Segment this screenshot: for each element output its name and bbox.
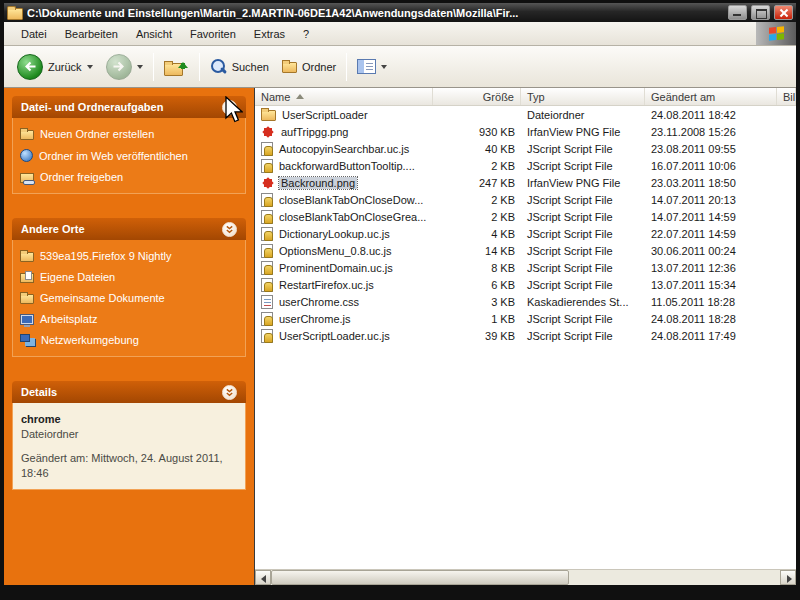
folders-button[interactable]: Ordner [279,58,339,75]
jscript-icon [261,261,273,275]
close-button[interactable] [774,5,793,20]
panel-title: Details [21,386,57,398]
file-modified: 14.07.2011 14:59 [645,211,777,223]
file-size: 1 KB [433,313,521,325]
file-modified: 13.07.2011 15:34 [645,279,777,291]
file-name: AutocopyinSearchbar.uc.js [277,143,411,155]
task-new-folder[interactable]: Neuen Ordner erstellen [20,128,238,140]
panel-header-details[interactable]: Details [12,381,246,403]
menu-extras[interactable]: Extras [245,24,294,44]
collapse-chevron-icon[interactable] [222,100,237,115]
place-network[interactable]: Netzwerkumgebung [20,334,238,346]
file-size: 6 KB [433,279,521,291]
place-label: Netzwerkumgebung [41,334,139,346]
share-folder-icon [20,173,34,183]
file-type: Kaskadierendes St... [521,296,645,308]
place-shared-documents[interactable]: Gemeinsame Dokumente [20,292,238,304]
file-row[interactable]: OptionsMenu_0.8.uc.js 14 KB JScript Scri… [255,242,796,259]
toolbar-separator [346,53,347,81]
column-header-size[interactable]: Größe [433,88,521,105]
file-row[interactable]: ProminentDomain.uc.js 8 KB JScript Scrip… [255,259,796,276]
task-publish-web[interactable]: Ordner im Web veröffentlichen [20,149,238,162]
scroll-right-button[interactable] [780,570,796,585]
file-row[interactable]: userChrome.css 3 KB Kaskadierendes St...… [255,293,796,310]
views-dropdown-icon[interactable] [381,65,387,69]
menu-bearbeiten[interactable]: Bearbeiten [56,24,127,44]
details-folder-name: chrome [21,412,237,427]
file-row[interactable]: userChrome.js 1 KB JScript Script File 2… [255,310,796,327]
column-header-modified[interactable]: Geändert am [645,88,777,105]
css-icon [261,295,273,309]
jscript-icon [261,210,273,224]
file-type: JScript Script File [521,160,645,172]
file-row[interactable]: DictionaryLookup.uc.js 4 KB JScript Scri… [255,225,796,242]
details-body: chrome Dateiordner Geändert am: Mittwoch… [12,403,246,490]
collapse-chevron-icon[interactable] [222,385,237,400]
titlebar[interactable]: C:\Dokumente und Einstellungen\Martin_2.… [4,3,796,22]
folder-icon [261,110,276,121]
task-label: Neuen Ordner erstellen [40,128,154,140]
panel-header-places[interactable]: Andere Orte [12,218,246,240]
forward-dropdown-icon[interactable] [137,65,143,69]
file-type: JScript Script File [521,279,645,291]
menu-favoriten[interactable]: Favoriten [181,24,245,44]
back-arrow-icon [17,54,43,80]
jscript-icon [261,227,273,241]
file-row[interactable]: closeBlankTabOnCloseDow... 2 KB JScript … [255,191,796,208]
jscript-icon [261,312,273,326]
place-firefox-profile[interactable]: 539ea195.Firefox 9 Nightly [20,250,238,262]
column-header-bild[interactable]: Bild [777,88,796,105]
globe-icon [20,149,33,162]
file-size: 8 KB [433,262,521,274]
column-headers: Name Größe Typ Geändert am Bild [255,88,796,106]
menu-ansicht[interactable]: Ansicht [127,24,181,44]
file-size: 930 KB [433,126,521,138]
file-row[interactable]: RestartFirefox.uc.js 6 KB JScript Script… [255,276,796,293]
file-row-selected[interactable]: Backround.png 247 KB IrfanView PNG File … [255,174,796,191]
sort-ascending-icon [296,94,304,99]
horizontal-scrollbar[interactable] [255,569,796,585]
file-name: aufTripgg.png [279,126,350,138]
back-dropdown-icon[interactable] [87,65,93,69]
file-modified: 23.08.2011 09:55 [645,143,777,155]
panel-other-places: Andere Orte 539ea195.Firefox 9 Nightly E… [12,218,246,357]
file-size: 247 KB [433,177,521,189]
file-list-pane: Name Größe Typ Geändert am Bild UserScri… [254,88,796,585]
menubar: Datei Bearbeiten Ansicht Favoriten Extra… [4,22,796,46]
search-label: Suchen [232,61,269,73]
menu-datei[interactable]: Datei [12,24,56,44]
task-label: Ordner im Web veröffentlichen [39,150,188,162]
views-button[interactable] [354,57,390,76]
file-modified: 16.07.2011 10:06 [645,160,777,172]
menu-hilfe[interactable]: ? [294,24,318,44]
up-folder-icon [164,57,189,77]
file-row[interactable]: backforwardButtonTooltip.... 2 KB JScrip… [255,157,796,174]
place-computer[interactable]: Arbeitsplatz [20,313,238,325]
column-header-name[interactable]: Name [255,88,433,105]
maximize-button[interactable] [751,5,770,20]
file-row[interactable]: aufTripgg.png 930 KB IrfanView PNG File … [255,123,796,140]
file-row[interactable]: AutocopyinSearchbar.uc.js 40 KB JScript … [255,140,796,157]
forward-button[interactable] [103,52,146,82]
column-header-type[interactable]: Typ [521,88,645,105]
minimize-button[interactable] [728,5,747,20]
back-button[interactable]: Zurück [14,52,96,82]
file-modified: 24.08.2011 18:28 [645,313,777,325]
file-row[interactable]: closeBlankTabOnCloseGrea... 2 KB JScript… [255,208,796,225]
panel-header-tasks[interactable]: Datei- und Ordneraufgaben [12,96,246,118]
panel-title: Andere Orte [21,223,85,235]
place-my-documents[interactable]: Eigene Dateien [20,271,238,283]
file-row[interactable]: UserScriptLoader Dateiordner 24.08.2011 … [255,106,796,123]
my-documents-icon [20,273,34,283]
search-button[interactable]: Suchen [207,56,272,77]
file-modified: 23.03.2011 18:50 [645,177,777,189]
up-button[interactable] [161,55,192,79]
scroll-left-button[interactable] [255,570,271,585]
irfanview-icon [261,125,275,139]
scrollbar-track[interactable] [569,570,780,585]
scrollbar-thumb[interactable] [271,570,569,585]
column-label: Größe [483,91,514,103]
collapse-chevron-icon[interactable] [222,222,237,237]
task-share-folder[interactable]: Ordner freigeben [20,171,238,183]
file-row[interactable]: UserScriptLoader.uc.js 39 KB JScript Scr… [255,327,796,344]
